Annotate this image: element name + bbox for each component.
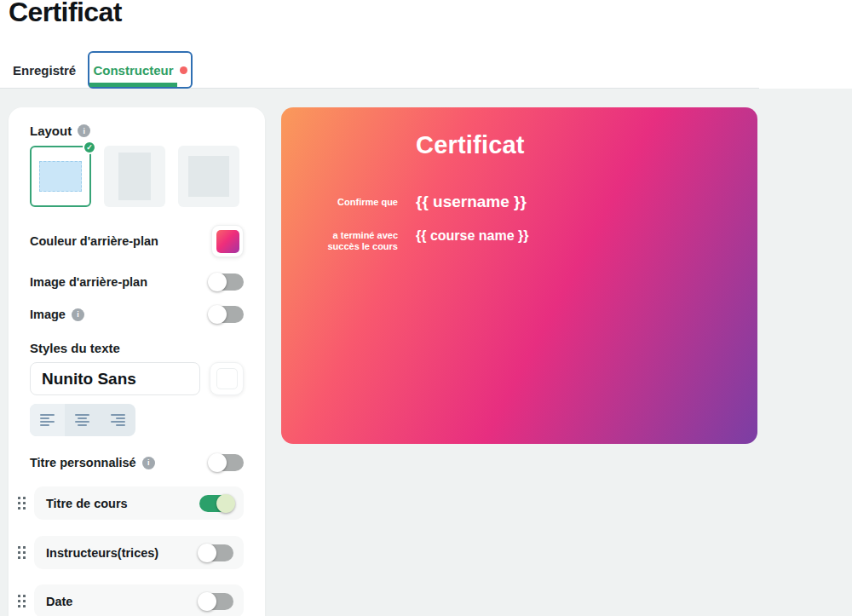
field-label: Instructeurs(trices) — [46, 546, 158, 560]
background-color-picker-button[interactable] — [211, 225, 244, 257]
background-color-label: Couleur d'arrière-plan — [30, 234, 158, 248]
align-left-button[interactable] — [30, 404, 65, 436]
certificate-course-row: a terminé avec succès le cours {{ course… — [281, 227, 757, 252]
drag-handle-icon[interactable] — [15, 494, 28, 512]
certificate-completed-label: a terminé avec succès le cours — [281, 227, 398, 252]
certificate-completed-label-text: a terminé avec succès le cours — [320, 230, 398, 252]
field-label: Date — [46, 595, 72, 608]
certificate-title: Certificat — [416, 132, 757, 158]
portrait-preview-shape — [118, 153, 151, 200]
layout-option-square[interactable] — [178, 146, 239, 207]
font-row: Nunito Sans — [30, 362, 244, 395]
custom-title-row: Titre personnalisé i — [30, 454, 244, 471]
custom-title-label: Titre personnalisé i — [30, 456, 155, 469]
certificate-confirm-label-text: Confirme que — [337, 197, 398, 208]
align-left-icon — [40, 414, 55, 426]
field-label: Titre de cours — [46, 497, 128, 510]
text-color-picker-button[interactable] — [210, 362, 244, 395]
certificate-course-placeholder: {{ course name }} — [416, 227, 529, 244]
toggle-knob — [198, 544, 216, 562]
align-center-icon — [75, 414, 89, 426]
image-label: Image i — [30, 308, 84, 321]
selected-check-icon: ✓ — [83, 141, 96, 154]
drag-handle-icon[interactable] — [15, 592, 28, 610]
date-toggle[interactable] — [199, 593, 233, 610]
background-color-swatch — [216, 230, 239, 253]
custom-title-toggle[interactable] — [210, 454, 244, 471]
align-right-button[interactable] — [101, 404, 135, 436]
field-row-date: Date — [15, 584, 244, 616]
page-title: Certificat — [9, 0, 122, 28]
text-styles-label-text: Styles du texte — [30, 341, 120, 355]
toggle-knob — [198, 592, 216, 611]
toggle-knob — [208, 305, 227, 324]
toggle-knob — [208, 273, 227, 291]
certificate-username-row: Confirme que {{ username }} — [281, 193, 757, 210]
landscape-preview-shape — [39, 161, 82, 192]
field-row-instructors: Instructeurs(trices) — [15, 536, 244, 569]
certificate-confirm-label: Confirme que — [281, 193, 398, 208]
field-row-course-title: Titre de cours — [15, 486, 244, 520]
tab-saved[interactable]: Enregistré — [13, 63, 76, 78]
field-card: Instructeurs(trices) — [34, 536, 244, 569]
font-family-select[interactable]: Nunito Sans — [30, 362, 200, 395]
drag-handle-icon[interactable] — [15, 544, 28, 561]
text-align-group — [30, 404, 135, 436]
toggle-knob — [208, 453, 227, 472]
background-image-row: Image d'arrière-plan — [30, 273, 244, 291]
layout-thumbnails: ✓ — [30, 146, 244, 207]
certificate-preview: Certificat Confirme que {{ username }} a… — [281, 107, 757, 444]
layout-label-text: Layout — [30, 124, 72, 138]
tab-builder-label: Constructeur — [93, 63, 173, 78]
square-preview-shape — [188, 156, 229, 197]
image-toggle[interactable] — [210, 306, 244, 323]
info-icon[interactable]: i — [72, 308, 84, 321]
certificate-username-placeholder: {{ username }} — [416, 193, 527, 210]
background-image-label: Image d'arrière-plan — [30, 275, 147, 289]
field-card: Titre de cours — [34, 486, 244, 520]
instructors-toggle[interactable] — [199, 544, 233, 561]
info-icon[interactable]: i — [78, 124, 90, 137]
layout-option-portrait[interactable] — [104, 146, 165, 207]
text-styles-label: Styles du texte — [30, 341, 244, 355]
layout-section-label: Layout i — [30, 124, 244, 138]
align-center-button[interactable] — [65, 404, 100, 436]
active-tab-underline — [89, 83, 177, 87]
unsaved-changes-dot-icon — [180, 66, 187, 74]
layout-option-landscape[interactable]: ✓ — [30, 146, 91, 207]
builder-settings-panel: Layout i ✓ Couleur d'arrière-plan Image … — [9, 107, 265, 616]
custom-title-label-text: Titre personnalisé — [30, 456, 136, 469]
align-right-icon — [111, 414, 125, 426]
tab-builder[interactable]: Constructeur — [88, 51, 193, 89]
field-card: Date — [34, 584, 244, 616]
background-image-toggle[interactable] — [210, 273, 244, 291]
text-color-swatch — [216, 368, 238, 389]
course-title-toggle[interactable] — [199, 495, 233, 512]
info-icon[interactable]: i — [142, 457, 155, 469]
toggle-knob — [216, 494, 235, 513]
background-color-row: Couleur d'arrière-plan — [30, 225, 244, 257]
image-row: Image i — [30, 306, 244, 323]
image-label-text: Image — [30, 308, 66, 321]
